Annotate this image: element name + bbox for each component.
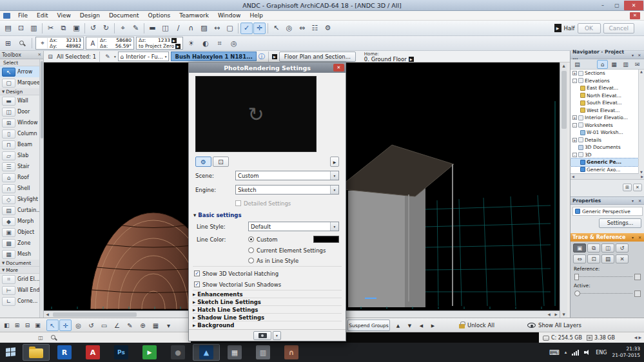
- fill-tool-icon[interactable]: ▨: [198, 23, 210, 34]
- as-in-line-style-radio[interactable]: [248, 258, 254, 263]
- close-icon[interactable]: ✕: [637, 53, 642, 57]
- taskbar-green-app[interactable]: ▶: [136, 344, 163, 361]
- project-chooser-icon[interactable]: ▤: [572, 60, 583, 69]
- render-camera-button[interactable]: [253, 331, 271, 340]
- toolbox-group-select[interactable]: Select: [0, 59, 43, 66]
- network-icon[interactable]: [572, 349, 579, 356]
- marquee-icon[interactable]: ▢: [224, 23, 236, 34]
- view-map-icon[interactable]: ▦: [609, 60, 620, 69]
- taskbar-utility-app[interactable]: ▥: [249, 344, 277, 361]
- engine-select[interactable]: Sketch▾: [235, 185, 339, 195]
- check-suggest-icon[interactable]: ✓: [240, 23, 253, 34]
- taskbar-render-app[interactable]: ∩: [278, 344, 305, 361]
- navigator-header[interactable]: Navigator - Project ... ▾ ✕: [571, 51, 644, 59]
- menu-teamwork[interactable]: Teamwork: [175, 12, 213, 19]
- paste-icon[interactable]: ▣: [70, 23, 83, 34]
- tool-shell[interactable]: ∩Shell: [0, 183, 43, 194]
- close-icon[interactable]: ✕: [333, 64, 344, 71]
- dz-input[interactable]: 1233: [150, 38, 170, 43]
- nav-forward-icon[interactable]: ▶: [428, 321, 438, 330]
- tool-marquee[interactable]: ▢Marquee: [0, 77, 43, 88]
- nav-back-icon[interactable]: ◀: [416, 321, 426, 330]
- tool-window[interactable]: ⊞Window: [0, 117, 43, 128]
- chevron-down-icon[interactable]: ▾: [630, 198, 636, 203]
- scroll-left-icon[interactable]: ◀: [634, 335, 638, 339]
- tree-item-worksheets[interactable]: -Worksheets: [571, 122, 644, 129]
- vertical-scrollbar[interactable]: ▲ ▼: [560, 62, 567, 318]
- scroll-right-icon[interactable]: ▶: [638, 335, 641, 339]
- pen-icon[interactable]: ✎: [130, 23, 142, 34]
- flyout-arrow-icon[interactable]: ▶: [409, 57, 414, 62]
- chevron-down-icon[interactable]: ▾: [630, 53, 635, 57]
- pane-icon[interactable]: ◫: [36, 334, 45, 342]
- clock[interactable]: 21:33 21-07-2015: [612, 346, 640, 359]
- unlock-all-button[interactable]: Unlock All: [459, 320, 494, 330]
- mdi-close-icon[interactable]: ✕: [630, 12, 640, 19]
- toolbox-group-design[interactable]: ▼Design: [0, 88, 43, 95]
- tool-stair[interactable]: ☰Stair: [0, 161, 43, 172]
- dialog-titlebar[interactable]: PhotoRendering Settings ✕: [189, 62, 346, 73]
- expand-panel-button[interactable]: ▶: [330, 157, 339, 167]
- tool-wall-end[interactable]: ⊢Wall End: [0, 285, 43, 296]
- tree-item-west-elevation[interactable]: West Elevat...: [571, 107, 644, 115]
- rebuild-icon[interactable]: ↺: [616, 243, 629, 252]
- tree-item-w01-worksheet[interactable]: W-01 Worksh...: [571, 129, 644, 137]
- taskbar-archicad[interactable]: ▲: [193, 344, 220, 361]
- remove-icon[interactable]: ✕: [616, 254, 629, 263]
- suspend-groups-button[interactable]: Suspend Groups: [347, 319, 390, 331]
- home-story-value[interactable]: 0. Ground Floor: [364, 57, 407, 62]
- nav-down-icon[interactable]: ▼: [405, 321, 415, 330]
- previous-view-icon[interactable]: ↺: [85, 319, 97, 331]
- taskbar-calculator[interactable]: ▦: [221, 344, 248, 361]
- sketch-pen-icon[interactable]: ✛: [253, 23, 266, 34]
- menu-file[interactable]: File: [14, 12, 32, 19]
- tool-morph[interactable]: ◆Morph: [0, 216, 43, 227]
- tool-zone[interactable]: ▩Zone: [0, 238, 43, 249]
- tool-mesh[interactable]: ▦Mesh: [0, 249, 43, 260]
- expand-toggle[interactable]: +: [572, 71, 577, 75]
- flyout-arrow-icon[interactable]: ▶: [175, 44, 181, 49]
- show-sun-shadows-checkbox[interactable]: ✓: [194, 281, 200, 287]
- select-arrow-icon[interactable]: ↖: [46, 319, 59, 331]
- basic-settings-header[interactable]: Basic settings: [198, 212, 241, 218]
- tree-item-south-elevation[interactable]: South Elevat...: [571, 99, 644, 107]
- angle-icon[interactable]: ∠: [111, 319, 123, 331]
- scroll-left-icon[interactable]: ◀: [44, 311, 51, 318]
- current-element-radio[interactable]: [248, 247, 254, 253]
- tree-item-east-elevation[interactable]: East Elevat...: [571, 84, 644, 92]
- menu-view[interactable]: View: [53, 12, 75, 19]
- chevron-down-icon[interactable]: ▾: [114, 55, 116, 59]
- section-enhancements[interactable]: ▶Enhancements: [193, 290, 342, 298]
- taskbar-dark-app[interactable]: ●: [164, 344, 191, 361]
- menu-document[interactable]: Document: [104, 12, 144, 19]
- grid-display-icon[interactable]: ⌗: [213, 37, 226, 49]
- tracker-icon[interactable]: ⌖: [38, 38, 48, 48]
- arrow-cursor-icon[interactable]: ↖: [270, 23, 282, 34]
- pane-left-icon[interactable]: ◧: [2, 320, 12, 330]
- sun-icon[interactable]: ☀: [185, 37, 197, 49]
- add-view-icon[interactable]: ⊕: [137, 319, 149, 331]
- tool-wall[interactable]: ▬Wall: [0, 95, 43, 106]
- chevron-down-icon[interactable]: ▾: [330, 186, 338, 194]
- angle-icon[interactable]: A: [88, 38, 98, 48]
- close-button[interactable]: ✕: [624, 1, 643, 10]
- zoom-icon[interactable]: [49, 334, 58, 342]
- chevron-down-icon[interactable]: ▾: [330, 222, 338, 231]
- toolbox-scrollbar[interactable]: [39, 59, 43, 318]
- section-sketch-line-settings[interactable]: ▶Sketch Line Settings: [193, 298, 342, 305]
- scroll-right-icon[interactable]: ▶: [552, 311, 560, 318]
- tree-item-generic-axonometry[interactable]: Generic Axo...: [571, 166, 644, 174]
- default-settings-icon[interactable]: ✎: [103, 52, 112, 61]
- floor-plan-section-button[interactable]: Floor Plan and Section...: [279, 52, 356, 62]
- markup-pen-icon[interactable]: ✎: [124, 319, 136, 331]
- tree-item-3d-documents[interactable]: 3D Documents: [571, 144, 644, 151]
- chevron-down-icon[interactable]: ▾: [630, 235, 636, 240]
- custom-color-radio[interactable]: [248, 236, 254, 242]
- keyboard-icon[interactable]: ⌨: [549, 348, 560, 357]
- tab-size[interactable]: ⊡: [213, 157, 229, 167]
- shadow-icon[interactable]: ◐: [199, 37, 211, 49]
- camera-icon[interactable]: ◎: [228, 37, 240, 49]
- door-tool-icon[interactable]: ◫: [159, 23, 171, 34]
- more-options-icon[interactable]: ▾: [162, 319, 175, 331]
- swap-icon[interactable]: ⇔: [573, 254, 586, 263]
